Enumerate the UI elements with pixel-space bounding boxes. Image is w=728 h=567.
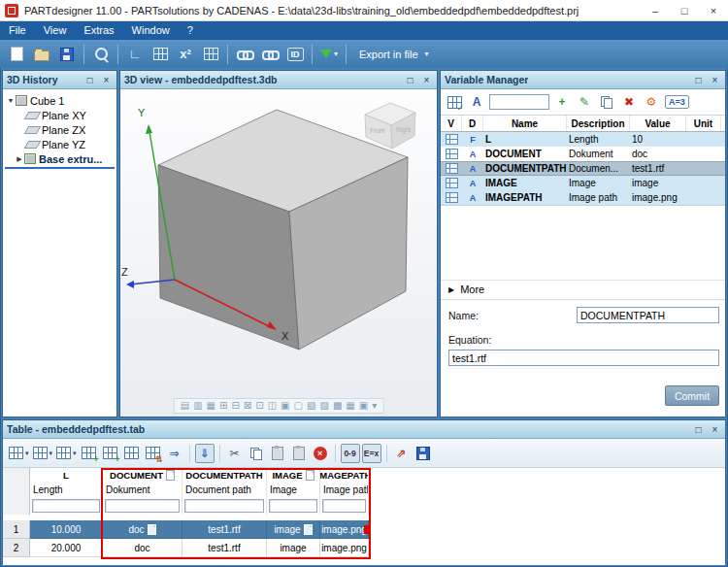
column-name[interactable]: IMAGEPATH bbox=[320, 468, 369, 483]
table-cell[interactable]: doc bbox=[103, 520, 182, 539]
expander-icon[interactable]: ▼ bbox=[6, 97, 16, 104]
menu-item-help[interactable]: ? bbox=[179, 21, 202, 40]
float-panel-icon[interactable]: □ bbox=[404, 74, 416, 86]
tree-item[interactable]: ▼Cube 1 bbox=[3, 93, 116, 108]
move-line-icon[interactable]: ⇓ bbox=[195, 444, 215, 463]
column-header[interactable]: Unit bbox=[686, 116, 721, 131]
table-cell[interactable]: test1.rtf bbox=[182, 520, 267, 539]
variable-row[interactable]: ADOCUMENTPATHDocumen...test1.rtf bbox=[441, 161, 725, 176]
menu-item-file[interactable]: File bbox=[0, 21, 35, 40]
more-expander[interactable]: ▶ More bbox=[441, 280, 725, 298]
close-panel-icon[interactable]: × bbox=[709, 74, 721, 86]
close-button[interactable]: × bbox=[699, 0, 728, 20]
vm-variables-icon[interactable]: ✓ bbox=[445, 92, 464, 112]
variable-row[interactable]: ADOCUMENTDokumentdoc bbox=[441, 147, 725, 161]
table-cell[interactable]: doc bbox=[103, 539, 182, 557]
view-cube[interactable]: Front Right bbox=[365, 103, 415, 149]
attach-icon[interactable] bbox=[258, 43, 281, 66]
close-panel-icon[interactable]: × bbox=[709, 423, 721, 436]
variable-manager-icon[interactable]: x² bbox=[174, 43, 197, 66]
menu-item-extras[interactable]: Extras bbox=[75, 21, 122, 40]
new-file-icon[interactable] bbox=[5, 43, 28, 66]
viewport-tool-icon[interactable]: ▧ bbox=[307, 400, 315, 412]
row-number[interactable]: 2 bbox=[3, 539, 30, 557]
commit-button[interactable]: Commit bbox=[665, 385, 719, 406]
table-cell[interactable]: image.png bbox=[320, 520, 369, 539]
insert-line-icon[interactable]: + bbox=[80, 444, 99, 463]
zoom-icon[interactable] bbox=[89, 43, 113, 66]
viewport-tool-icon[interactable]: ▦ bbox=[346, 400, 354, 412]
name-field[interactable] bbox=[577, 307, 719, 323]
viewport-tool-icon[interactable]: ▢ bbox=[294, 400, 303, 412]
minimize-button[interactable]: – bbox=[641, 0, 670, 20]
transfer-icon[interactable]: ⇒ bbox=[165, 444, 184, 463]
column-name[interactable]: L bbox=[30, 468, 103, 483]
column-header[interactable]: Description bbox=[567, 116, 630, 131]
viewport-tool-icon[interactable]: ⊠ bbox=[244, 400, 251, 412]
quick-export-icon[interactable]: ▾ bbox=[317, 43, 341, 66]
vm-add-icon[interactable]: + bbox=[552, 92, 572, 112]
variable-row[interactable]: AIMAGEImageimage bbox=[441, 176, 725, 190]
viewport-tool-icon[interactable]: ⊟ bbox=[231, 400, 239, 412]
viewport-tool-icon[interactable]: ▤ bbox=[181, 400, 189, 412]
table-cell[interactable]: image bbox=[267, 539, 320, 557]
menu-item-view[interactable]: View bbox=[35, 21, 76, 40]
filter-input[interactable] bbox=[32, 499, 100, 513]
row-number[interactable]: 1 bbox=[3, 520, 30, 539]
paste-icon[interactable] bbox=[268, 444, 287, 463]
vm-assign-icon[interactable]: A=3 bbox=[664, 92, 690, 112]
float-panel-icon[interactable]: □ bbox=[692, 74, 705, 86]
column-header[interactable]: Name bbox=[483, 116, 567, 131]
table-icon[interactable] bbox=[199, 43, 222, 66]
open-file-icon[interactable] bbox=[30, 43, 53, 66]
filter-input[interactable] bbox=[269, 499, 317, 513]
export-table-icon[interactable]: ⇗ bbox=[392, 444, 412, 463]
table-cell[interactable]: test1.rtf bbox=[182, 539, 267, 557]
column-name[interactable]: DOCUMENTPATH bbox=[182, 468, 267, 483]
vm-filter-input[interactable] bbox=[489, 94, 549, 110]
expander-icon[interactable]: ▶ bbox=[15, 155, 24, 163]
viewport-tool-icon[interactable]: ▣ bbox=[359, 400, 368, 412]
3d-scene[interactable]: Front Right Y Z X bbox=[120, 89, 437, 400]
viewport-tool-icon[interactable]: ▩ bbox=[333, 400, 342, 412]
variable-row[interactable]: AIMAGEPATHImage pathimage.png bbox=[441, 190, 725, 205]
vm-delete-icon[interactable]: ✖ bbox=[619, 92, 639, 112]
viewport-tool-icon[interactable]: ⊡ bbox=[255, 400, 263, 412]
column-header[interactable]: V bbox=[441, 116, 462, 131]
value-matrix-icon[interactable] bbox=[122, 444, 142, 463]
table-cell[interactable]: 10.000 bbox=[30, 520, 103, 539]
viewport-tool-icon[interactable]: ▦ bbox=[207, 400, 215, 412]
column-header[interactable]: Value bbox=[630, 116, 686, 131]
float-panel-icon[interactable]: □ bbox=[83, 74, 96, 86]
viewport-tool-icon[interactable]: ▾ bbox=[372, 400, 377, 412]
vm-edit-icon[interactable]: ✎ bbox=[575, 92, 594, 112]
equation-field[interactable] bbox=[448, 350, 719, 366]
viewport-tool-icon[interactable]: ▣ bbox=[281, 400, 289, 412]
id-icon[interactable]: ID bbox=[283, 43, 307, 66]
column-header[interactable]: D bbox=[462, 116, 483, 131]
paste-special-icon[interactable] bbox=[289, 444, 309, 463]
filter-input[interactable] bbox=[105, 499, 180, 513]
line-menu-icon[interactable]: ▾ bbox=[55, 444, 78, 463]
tree-item[interactable]: Plane YZ bbox=[3, 137, 116, 151]
copy-icon[interactable] bbox=[247, 444, 266, 463]
save-icon[interactable] bbox=[55, 43, 79, 66]
formula-toggle[interactable]: E=x bbox=[362, 444, 381, 463]
vm-text-mode-icon[interactable]: A bbox=[467, 92, 486, 112]
close-panel-icon[interactable]: × bbox=[420, 74, 433, 86]
viewport-tool-icon[interactable]: ▥ bbox=[193, 400, 202, 412]
menu-item-window[interactable]: Window bbox=[123, 21, 179, 40]
viewport-tool-icon[interactable]: ⊞ bbox=[219, 400, 227, 412]
export-menu[interactable]: Export in file▾ bbox=[351, 43, 437, 66]
link-icon[interactable] bbox=[233, 43, 256, 66]
new-line-icon[interactable]: ▾ bbox=[8, 444, 30, 463]
filter-input[interactable] bbox=[322, 499, 366, 513]
filter-input[interactable] bbox=[184, 499, 264, 513]
column-name[interactable]: IMAGE bbox=[267, 468, 320, 483]
table-cell[interactable]: 20.000 bbox=[30, 539, 103, 557]
column-name[interactable]: DOCUMENT bbox=[103, 468, 182, 483]
delete-line-icon[interactable]: × bbox=[311, 444, 330, 463]
sort-icon[interactable]: ⇅ bbox=[144, 444, 163, 463]
append-line-icon[interactable]: + bbox=[101, 444, 120, 463]
table-cell[interactable]: image bbox=[267, 520, 320, 539]
